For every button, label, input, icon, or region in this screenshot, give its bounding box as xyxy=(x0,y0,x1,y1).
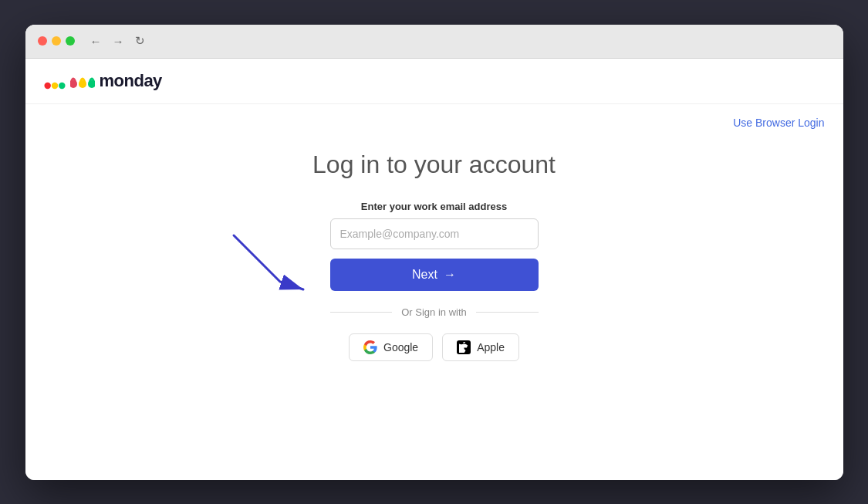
apple-icon xyxy=(457,340,471,354)
close-button[interactable] xyxy=(38,36,47,46)
monday-logo: monday xyxy=(44,71,825,91)
divider-section: Or Sign in with xyxy=(330,306,539,318)
email-section: Enter your work email address Next → xyxy=(280,201,589,291)
divider-text: Or Sign in with xyxy=(401,306,467,318)
logo-text: monday xyxy=(100,71,162,91)
reload-button[interactable]: ↻ xyxy=(132,32,148,49)
divider-right xyxy=(476,312,539,313)
minimize-button[interactable] xyxy=(52,36,61,46)
google-icon xyxy=(363,340,377,354)
traffic-lights xyxy=(38,36,75,46)
browser-content: monday Use Browser Login Log in to your … xyxy=(25,59,843,480)
login-container: Log in to your account Enter your work e… xyxy=(280,151,589,361)
google-signin-button[interactable]: Google xyxy=(349,333,433,361)
svg-point-1 xyxy=(51,82,57,88)
page-title: Log in to your account xyxy=(312,151,556,179)
next-button-label: Next xyxy=(412,268,437,282)
forward-button[interactable]: → xyxy=(110,32,127,49)
next-arrow-icon: → xyxy=(444,268,456,282)
maximize-button[interactable] xyxy=(66,36,75,46)
logo-icon xyxy=(44,73,66,90)
email-label: Enter your work email address xyxy=(361,201,507,212)
svg-point-0 xyxy=(44,82,50,88)
nav-buttons: ← → ↻ xyxy=(87,32,148,49)
site-header: monday xyxy=(25,59,843,104)
apple-button-label: Apple xyxy=(477,341,505,353)
svg-point-2 xyxy=(59,82,65,88)
browser-window: ← → ↻ xyxy=(25,25,843,480)
google-button-label: Google xyxy=(383,341,418,353)
logo-dots xyxy=(70,73,95,89)
browser-chrome: ← → ↻ xyxy=(25,25,843,59)
next-button[interactable]: Next → xyxy=(330,259,539,291)
divider-left xyxy=(330,312,393,313)
social-buttons: Google Apple xyxy=(349,333,519,361)
back-button[interactable]: ← xyxy=(87,32,105,49)
main-content: Use Browser Login Log in to your account… xyxy=(25,104,843,480)
apple-signin-button[interactable]: Apple xyxy=(442,333,519,361)
use-browser-login-button[interactable]: Use Browser Login xyxy=(733,117,824,129)
email-input[interactable] xyxy=(330,218,539,249)
